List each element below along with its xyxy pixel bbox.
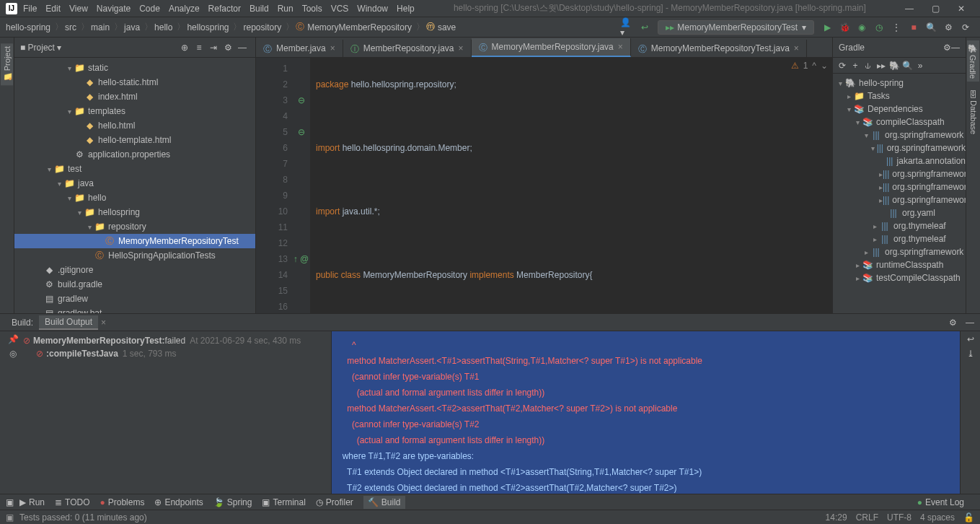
debug-button[interactable]: 🐞 <box>837 20 852 35</box>
hide-icon[interactable]: — <box>235 40 250 55</box>
select-opened-icon[interactable]: ⊕ <box>177 40 192 55</box>
gradle-node[interactable]: ▸|||org.thymeleaf <box>833 219 966 232</box>
crumb[interactable]: ⓜ <box>426 21 435 33</box>
menu-help[interactable]: Help <box>397 4 415 14</box>
back-arrow-icon[interactable]: ↩ <box>637 20 652 35</box>
tree-node[interactable]: ▤gradlew <box>14 292 255 306</box>
search-icon[interactable]: 🔍 <box>924 20 938 35</box>
tree-node[interactable]: ▾📁java <box>14 176 255 191</box>
spring-tab[interactable]: 🍃 Spring <box>213 497 252 507</box>
gradle-node[interactable]: ▾|||org.springframework <box>833 141 966 154</box>
gradle-node[interactable]: |||org.yaml <box>833 206 966 219</box>
gradle-node[interactable]: |||jakarta.annotation <box>833 154 966 167</box>
attach-button[interactable]: ⋮ <box>889 20 904 35</box>
profile-button[interactable]: ◷ <box>872 20 886 35</box>
gradle-node[interactable]: ▾📚Dependencies <box>833 102 966 115</box>
readonly-icon[interactable]: 🔓 <box>963 512 974 523</box>
crumb[interactable]: hellospring <box>187 22 229 32</box>
crumb[interactable]: repository <box>243 22 281 32</box>
target-icon[interactable]: ◎ <box>9 349 17 359</box>
gradle-node[interactable]: ▸📚runtimeClasspath <box>833 258 966 271</box>
run-button[interactable]: ▶ <box>820 20 834 35</box>
menu-edit[interactable]: Edit <box>45 4 61 14</box>
editor-tab[interactable]: ⒸMemoryMemberRepositoryTest.java× <box>631 40 807 57</box>
add-config-button[interactable]: 👤▾ <box>620 20 635 35</box>
build-tree[interactable]: 📌 ◎ ⊘MemoryMemberRepositoryTest: failedA… <box>0 331 332 494</box>
crumb[interactable]: java <box>124 22 140 32</box>
gradle-node[interactable]: ▸|||org.springframework <box>833 245 966 258</box>
tree-node[interactable]: ▾📁hello <box>14 191 255 205</box>
gradle-tool-tab[interactable]: 🐘 Gradle <box>967 40 979 82</box>
tree-node[interactable]: ◆hello-static.html <box>14 75 255 89</box>
run-tab[interactable]: ▶ Run <box>19 497 45 507</box>
tree-node[interactable]: ◆index.html <box>14 89 255 104</box>
menu-refactor[interactable]: Refactor <box>208 4 241 14</box>
crumb[interactable]: save <box>438 22 456 32</box>
coverage-button[interactable]: ◉ <box>855 20 869 35</box>
project-tool-tab[interactable]: 📁 Project <box>1 43 13 85</box>
gradle-node[interactable]: ▸📚testCompileClasspath <box>833 271 966 284</box>
menu-tools[interactable]: Tools <box>302 4 322 14</box>
sync-icon[interactable]: ⟳ <box>958 20 973 35</box>
menu-navigate[interactable]: Navigate <box>97 4 131 14</box>
caret-position[interactable]: 14:29 <box>826 512 847 523</box>
gradle-node[interactable]: ▾🐘hello-spring <box>833 77 966 89</box>
tree-node[interactable]: ⒸMemoryMemberRepositoryTest <box>14 234 255 248</box>
editor-tab[interactable]: ⒸMember.java× <box>256 40 343 57</box>
build-row[interactable]: ⊘MemoryMemberRepositoryTest: failedAt 20… <box>23 334 328 347</box>
run-config-selector[interactable]: ▸▸ MemoryMemberRepositoryTest ▾ <box>658 20 814 35</box>
todo-tab[interactable]: ≣ TODO <box>55 497 89 507</box>
editor-tab[interactable]: ⒾMemberRepository.java× <box>343 40 472 57</box>
crumb[interactable]: hello <box>154 22 172 32</box>
gradle-node[interactable]: ▸|||org.springframework <box>833 180 966 193</box>
tree-node[interactable]: ▾📁test <box>14 162 255 176</box>
scroll-end-icon[interactable]: ⤓ <box>967 349 974 359</box>
add-icon[interactable]: + <box>849 59 862 72</box>
crumb[interactable]: Ⓒ <box>296 21 304 33</box>
tree-node[interactable]: ▾📁repository <box>14 219 255 234</box>
run-task-icon[interactable]: ▸▸ <box>875 59 888 72</box>
maximize-button[interactable]: ▢ <box>922 4 948 14</box>
expand-all-icon[interactable]: ≡ <box>192 40 206 55</box>
gradle-node[interactable]: ▸|||org.springframework <box>833 193 966 206</box>
code-body[interactable]: package hello.hellospring.repository; im… <box>310 58 832 313</box>
build-output[interactable]: ^ method MatcherAssert.<T#1>assertThat(S… <box>332 331 960 494</box>
gear-icon[interactable]: ⚙ <box>949 318 957 328</box>
menu-build[interactable]: Build <box>250 4 269 14</box>
gradle-node[interactable]: ▾📚compileClasspath <box>833 115 966 128</box>
hide-icon[interactable]: — <box>951 43 960 53</box>
menu-analyze[interactable]: Analyze <box>169 4 200 14</box>
menu-file[interactable]: File <box>23 4 37 14</box>
minimize-button[interactable]: — <box>896 4 922 14</box>
menu-run[interactable]: Run <box>278 4 293 14</box>
editor-tab[interactable]: ⒸMemoryMemberRepository.java× <box>472 38 631 57</box>
line-separator[interactable]: CRLF <box>856 512 878 523</box>
gradle-node[interactable]: ▸|||org.thymeleaf <box>833 232 966 245</box>
tree-node[interactable]: ⚙application.properties <box>14 147 255 162</box>
tree-node[interactable]: ▾📁hellospring <box>14 205 255 219</box>
file-encoding[interactable]: UTF-8 <box>887 512 911 523</box>
build-tab[interactable]: 🔨 Build <box>363 496 405 509</box>
gear-icon[interactable]: ⚙ <box>221 40 235 55</box>
tree-node[interactable]: ▾📁templates <box>14 104 255 118</box>
pin-icon[interactable]: 📌 <box>8 334 19 344</box>
close-button[interactable]: ✕ <box>948 4 974 14</box>
crumb[interactable]: hello-spring <box>6 22 50 32</box>
crumb[interactable]: src <box>65 22 76 32</box>
tree-node[interactable]: ◆.gitignore <box>14 263 255 277</box>
endpoints-tab[interactable]: ⊕ Endpoints <box>154 497 203 507</box>
detach-icon[interactable]: ⫝ <box>862 59 875 72</box>
breadcrumb[interactable]: hello-spring〉 src〉 main〉 java〉 hello〉 he… <box>6 21 459 33</box>
crumb[interactable]: MemoryMemberRepository <box>307 22 412 32</box>
soft-wrap-icon[interactable]: ↩ <box>967 334 974 344</box>
hide-icon[interactable]: — <box>966 318 974 328</box>
stop-button[interactable]: ■ <box>906 20 921 35</box>
gradle-node[interactable]: ▸|||org.springframework <box>833 167 966 180</box>
crumb[interactable]: main <box>91 22 110 32</box>
gear-icon[interactable]: ⚙ <box>943 43 951 53</box>
gradle-node[interactable]: ▸📁Tasks <box>833 89 966 102</box>
indent-status[interactable]: 4 spaces <box>920 512 955 523</box>
database-tool-tab[interactable]: 🗄 Database <box>968 87 979 137</box>
analyze-icon[interactable]: 🔍 <box>901 59 914 72</box>
problems-tab[interactable]: ● Problems <box>100 497 144 507</box>
